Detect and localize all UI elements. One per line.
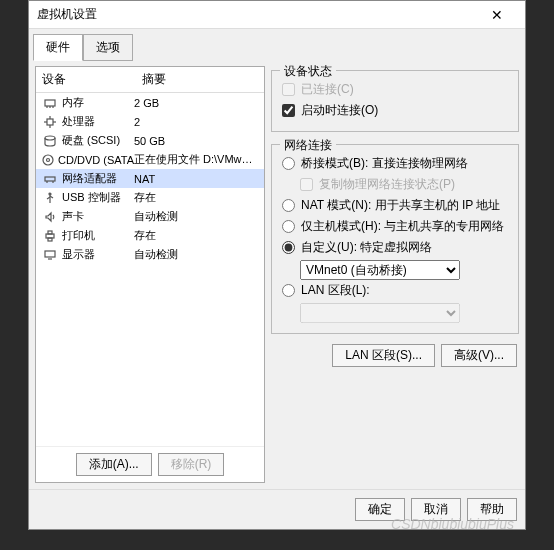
replicate-checkbox <box>300 178 313 191</box>
replicate-label: 复制物理网络连接状态(P) <box>319 176 455 193</box>
svg-point-9 <box>45 136 55 140</box>
nat-label[interactable]: NAT 模式(N): 用于共享主机的 IP 地址 <box>301 197 500 214</box>
connected-label: 已连接(C) <box>301 81 354 98</box>
custom-radio[interactable] <box>282 241 295 254</box>
hardware-summary: 存在 <box>134 190 258 205</box>
hardware-row[interactable]: USB 控制器存在 <box>36 188 264 207</box>
dialog-title: 虚拟机设置 <box>37 6 477 23</box>
tab-hardware[interactable]: 硬件 <box>33 34 83 61</box>
usb-icon <box>42 191 58 205</box>
svg-rect-0 <box>45 100 55 106</box>
help-button[interactable]: 帮助 <box>467 498 517 521</box>
lan-segment-radio[interactable] <box>282 284 295 297</box>
titlebar: 虚拟机设置 ✕ <box>29 1 525 29</box>
hostonly-label[interactable]: 仅主机模式(H): 与主机共享的专用网络 <box>301 218 504 235</box>
cancel-button[interactable]: 取消 <box>411 498 461 521</box>
svg-rect-20 <box>48 231 52 234</box>
connected-checkbox <box>282 83 295 96</box>
hostonly-radio[interactable] <box>282 220 295 233</box>
hardware-summary: 2 <box>134 116 258 128</box>
hardware-name: CD/DVD (SATA) <box>58 154 134 166</box>
nat-radio[interactable] <box>282 199 295 212</box>
custom-network-select[interactable]: VMnet0 (自动桥接) <box>300 260 460 280</box>
hardware-row[interactable]: 打印机存在 <box>36 226 264 245</box>
vm-settings-dialog: 虚拟机设置 ✕ 硬件 选项 设备 摘要 内存2 GB处理器2硬盘 (SCSI)5… <box>28 0 526 530</box>
svg-point-10 <box>43 155 53 165</box>
cpu-icon <box>42 115 58 129</box>
hardware-name: USB 控制器 <box>62 190 121 205</box>
hardware-row[interactable]: 处理器2 <box>36 112 264 131</box>
display-icon <box>42 248 58 262</box>
network-group: 网络连接 桥接模式(B): 直接连接物理网络 复制物理网络连接状态(P) NAT… <box>271 144 519 334</box>
hardware-row[interactable]: 网络适配器NAT <box>36 169 264 188</box>
hardware-summary: 自动检测 <box>134 209 258 224</box>
hardware-name: 处理器 <box>62 114 95 129</box>
bridged-label[interactable]: 桥接模式(B): 直接连接物理网络 <box>301 155 468 172</box>
device-state-group: 设备状态 已连接(C) 启动时连接(O) <box>271 70 519 132</box>
hardware-name: 显示器 <box>62 247 95 262</box>
tabs: 硬件 选项 <box>29 29 525 60</box>
lan-segments-button[interactable]: LAN 区段(S)... <box>332 344 435 367</box>
header-summary: 摘要 <box>142 71 258 88</box>
svg-point-11 <box>47 158 50 161</box>
hardware-row[interactable]: CD/DVD (SATA)正在使用文件 D:\VMware\ubu... <box>36 150 264 169</box>
hardware-summary: 2 GB <box>134 97 258 109</box>
advanced-button[interactable]: 高级(V)... <box>441 344 517 367</box>
hardware-header: 设备 摘要 <box>36 67 264 93</box>
memory-icon <box>42 96 58 110</box>
tab-options[interactable]: 选项 <box>83 34 133 61</box>
svg-rect-12 <box>45 177 55 181</box>
hardware-row[interactable]: 内存2 GB <box>36 93 264 112</box>
connect-on-power-checkbox[interactable] <box>282 104 295 117</box>
printer-icon <box>42 229 58 243</box>
connect-on-power-label[interactable]: 启动时连接(O) <box>301 102 378 119</box>
hardware-name: 声卡 <box>62 209 84 224</box>
hardware-summary: 存在 <box>134 228 258 243</box>
close-icon[interactable]: ✕ <box>477 7 517 23</box>
svg-rect-22 <box>45 251 55 257</box>
hardware-summary: 50 GB <box>134 135 258 147</box>
hardware-list: 内存2 GB处理器2硬盘 (SCSI)50 GBCD/DVD (SATA)正在使… <box>36 93 264 446</box>
hardware-name: 硬盘 (SCSI) <box>62 133 120 148</box>
disk-icon <box>42 134 58 148</box>
sound-icon <box>42 210 58 224</box>
hardware-row[interactable]: 硬盘 (SCSI)50 GB <box>36 131 264 150</box>
hardware-row[interactable]: 显示器自动检测 <box>36 245 264 264</box>
bridged-radio[interactable] <box>282 157 295 170</box>
cd-icon <box>42 153 54 167</box>
header-device: 设备 <box>42 71 142 88</box>
remove-hardware-button[interactable]: 移除(R) <box>158 453 225 476</box>
hardware-name: 内存 <box>62 95 84 110</box>
hardware-summary: 正在使用文件 D:\VMware\ubu... <box>134 152 258 167</box>
network-icon <box>42 172 58 186</box>
network-title: 网络连接 <box>280 137 336 154</box>
hardware-panel: 设备 摘要 内存2 GB处理器2硬盘 (SCSI)50 GBCD/DVD (SA… <box>35 66 265 483</box>
hardware-name: 打印机 <box>62 228 95 243</box>
hardware-row[interactable]: 声卡自动检测 <box>36 207 264 226</box>
add-hardware-button[interactable]: 添加(A)... <box>76 453 152 476</box>
svg-rect-21 <box>48 238 52 241</box>
device-state-title: 设备状态 <box>280 63 336 80</box>
svg-rect-4 <box>47 119 53 125</box>
dialog-footer: 确定 取消 帮助 <box>29 489 525 529</box>
hardware-summary: NAT <box>134 173 258 185</box>
custom-label[interactable]: 自定义(U): 特定虚拟网络 <box>301 239 432 256</box>
hardware-name: 网络适配器 <box>62 171 117 186</box>
lan-segment-label[interactable]: LAN 区段(L): <box>301 282 370 299</box>
hardware-summary: 自动检测 <box>134 247 258 262</box>
ok-button[interactable]: 确定 <box>355 498 405 521</box>
svg-rect-19 <box>46 234 54 238</box>
lan-segment-select <box>300 303 460 323</box>
